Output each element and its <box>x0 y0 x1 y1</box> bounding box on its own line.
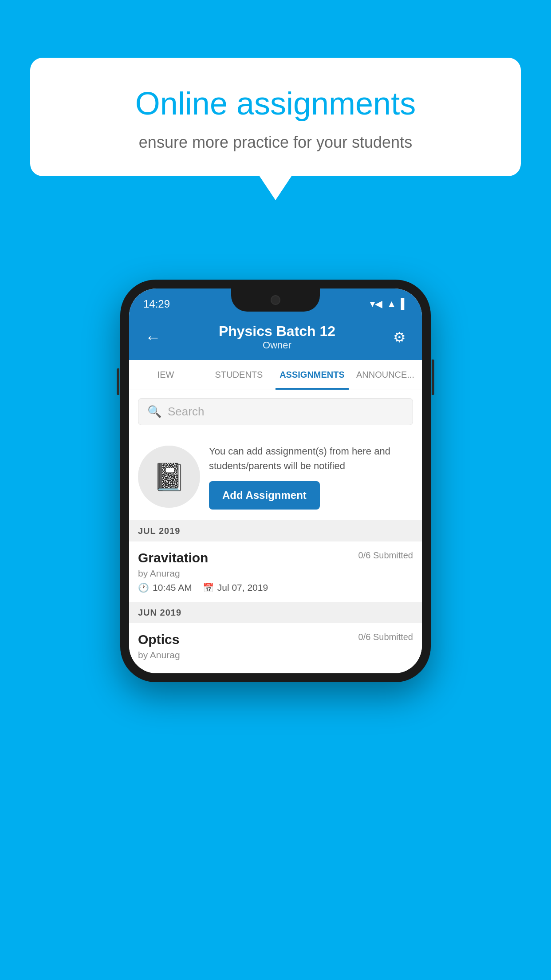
phone-screen: 14:29 ▾◀ ▲ ▌ ← Physics Batch 12 Owner ⚙ … <box>129 288 422 673</box>
assignment-row-top: Gravitation 0/6 Submitted <box>138 550 413 565</box>
phone-side-button-left <box>117 368 119 395</box>
promo-text: You can add assignment(s) from here and … <box>209 444 413 473</box>
settings-button[interactable]: ⚙ <box>390 325 409 349</box>
search-placeholder-text: Search <box>168 405 204 419</box>
speech-bubble-subtitle: ensure more practice for your students <box>61 133 490 152</box>
signal-icon: ▲ <box>387 298 397 310</box>
speech-bubble-container: Online assignments ensure more practice … <box>30 58 521 200</box>
app-header: ← Physics Batch 12 Owner ⚙ <box>129 316 422 360</box>
assignment-submitted-gravitation: 0/6 Submitted <box>358 550 413 561</box>
phone-side-button-right <box>432 360 434 395</box>
assignment-name-optics: Optics <box>138 632 179 647</box>
speech-bubble: Online assignments ensure more practice … <box>30 58 521 176</box>
phone-outer: 14:29 ▾◀ ▲ ▌ ← Physics Batch 12 Owner ⚙ … <box>120 280 431 682</box>
tab-assignments[interactable]: ASSIGNMENTS <box>276 360 349 390</box>
assignment-name-gravitation: Gravitation <box>138 550 208 565</box>
speech-bubble-title: Online assignments <box>61 84 490 122</box>
back-button[interactable]: ← <box>142 324 165 350</box>
assignment-by-gravitation: by Anurag <box>138 568 413 579</box>
assignment-by-optics: by Anurag <box>138 650 413 660</box>
tab-iew[interactable]: IEW <box>129 360 202 390</box>
assignment-submitted-optics: 0/6 Submitted <box>358 632 413 642</box>
batch-title: Physics Batch 12 <box>219 323 335 340</box>
status-time: 14:29 <box>143 298 170 310</box>
wifi-icon: ▾◀ <box>370 298 382 310</box>
tab-announcements[interactable]: ANNOUNCE... <box>349 360 422 390</box>
status-icons: ▾◀ ▲ ▌ <box>370 298 408 310</box>
clock-icon: 🕐 <box>138 582 149 593</box>
batch-subtitle: Owner <box>219 340 335 351</box>
search-container: 🔍 Search <box>129 390 422 433</box>
tabs-container: IEW STUDENTS ASSIGNMENTS ANNOUNCE... <box>129 360 422 390</box>
section-jun-2019: JUN 2019 <box>129 602 422 623</box>
assignment-meta-gravitation: 🕐 10:45 AM 📅 Jul 07, 2019 <box>138 582 413 593</box>
battery-icon: ▌ <box>401 298 408 310</box>
assignment-optics[interactable]: Optics 0/6 Submitted by Anurag <box>129 623 422 673</box>
meta-date-gravitation: 📅 Jul 07, 2019 <box>203 582 268 593</box>
assignment-date-gravitation: Jul 07, 2019 <box>217 582 268 593</box>
meta-time-gravitation: 🕐 10:45 AM <box>138 582 192 593</box>
header-center: Physics Batch 12 Owner <box>219 323 335 351</box>
search-bar[interactable]: 🔍 Search <box>138 398 413 425</box>
speech-bubble-arrow <box>260 176 291 200</box>
promo-icon-circle: 📓 <box>138 446 200 508</box>
phone-mockup: 14:29 ▾◀ ▲ ▌ ← Physics Batch 12 Owner ⚙ … <box>120 280 431 682</box>
assignment-row-top-optics: Optics 0/6 Submitted <box>138 632 413 647</box>
assignment-time-gravitation: 10:45 AM <box>153 582 192 593</box>
search-icon: 🔍 <box>147 405 161 419</box>
add-assignment-button[interactable]: Add Assignment <box>209 481 320 510</box>
section-jul-2019: JUL 2019 <box>129 521 422 541</box>
promo-content: You can add assignment(s) from here and … <box>209 444 413 510</box>
assignment-gravitation[interactable]: Gravitation 0/6 Submitted by Anurag 🕐 10… <box>129 541 422 602</box>
notebook-icon: 📓 <box>153 461 186 493</box>
calendar-icon: 📅 <box>203 582 214 593</box>
promo-card: 📓 You can add assignment(s) from here an… <box>129 433 422 521</box>
phone-notch <box>231 288 320 312</box>
tab-students[interactable]: STUDENTS <box>202 360 276 390</box>
phone-camera <box>271 295 280 305</box>
